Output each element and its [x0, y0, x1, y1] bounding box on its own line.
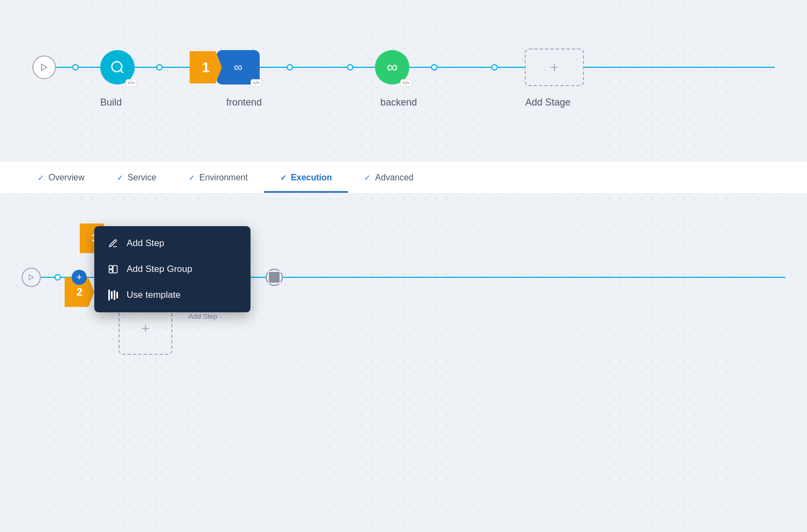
- add-step-button[interactable]: +: [72, 270, 87, 285]
- backend-stage: ∞ </>: [375, 50, 409, 85]
- frontend-arrow: 1: [190, 51, 222, 83]
- dot: [54, 274, 61, 281]
- svg-rect-5: [111, 291, 113, 299]
- dot: [347, 64, 353, 71]
- pencil-icon: [107, 239, 119, 248]
- check-icon: ✓: [117, 173, 123, 182]
- check-icon: ✓: [189, 173, 195, 182]
- connector: [135, 67, 156, 68]
- pipeline-track: </> 1 ∞ </> ∞ </>: [0, 48, 807, 86]
- add-stage[interactable]: +: [525, 48, 584, 86]
- connector: [498, 67, 525, 68]
- tab-service[interactable]: ✓ Service: [101, 163, 172, 192]
- connector: [353, 67, 375, 68]
- add-step-label: Add Step: [127, 238, 164, 249]
- play-button[interactable]: [32, 55, 56, 79]
- tab-advanced[interactable]: ✓ Advanced: [348, 163, 429, 192]
- build-stage: </>: [100, 50, 135, 85]
- context-menu: Add Step Add Step Group Use: [94, 226, 251, 312]
- connector: [283, 277, 785, 278]
- svg-point-0: [112, 62, 122, 72]
- build-label: Build: [100, 97, 122, 108]
- svg-rect-6: [114, 290, 115, 300]
- connector: [409, 67, 431, 68]
- menu-item-use-template[interactable]: Use template: [94, 282, 251, 308]
- use-template-label: Use template: [127, 290, 180, 300]
- code-badge: </>: [126, 79, 137, 87]
- add-stage-box[interactable]: +: [525, 48, 584, 86]
- layers-icon: [107, 264, 119, 274]
- svg-rect-7: [116, 292, 118, 298]
- code-badge: </>: [251, 79, 262, 87]
- dot: [287, 64, 293, 71]
- dot: [156, 64, 163, 71]
- add-step-label: Add Step: [189, 312, 218, 320]
- tab-execution-label: Execution: [291, 173, 332, 183]
- check-icon: ✓: [38, 173, 44, 182]
- tab-overview-label: Overview: [48, 173, 85, 183]
- menu-item-add-step-group[interactable]: Add Step Group: [94, 256, 251, 282]
- menu-item-add-step[interactable]: Add Step: [94, 230, 251, 256]
- add-stage-label: Add Stage: [525, 97, 571, 108]
- backend-label: backend: [380, 97, 417, 108]
- connector: [437, 67, 491, 68]
- frontend-label: frontend: [226, 97, 262, 108]
- stage-labels: Build frontend backend Add Stage: [0, 97, 807, 108]
- dot: [491, 64, 498, 71]
- bars-icon: [107, 290, 119, 300]
- frontend-stage[interactable]: 1 ∞ </>: [190, 50, 260, 85]
- tab-service-label: Service: [128, 173, 156, 183]
- svg-rect-2: [109, 270, 113, 273]
- connector: [260, 67, 287, 68]
- svg-rect-3: [113, 265, 117, 273]
- connector: [41, 277, 54, 278]
- connector: [56, 67, 72, 68]
- check-icon: ✓: [364, 173, 371, 182]
- connector: [584, 67, 775, 68]
- tab-environment[interactable]: ✓ Environment: [172, 163, 264, 192]
- connector: [163, 67, 190, 68]
- tabs-bar: ✓ Overview ✓ Service ✓ Environment ✓ Exe…: [0, 162, 807, 194]
- connector: [79, 67, 100, 68]
- dot: [72, 64, 79, 71]
- tab-environment-label: Environment: [199, 173, 248, 183]
- exec-play-button[interactable]: [22, 268, 41, 287]
- tab-overview[interactable]: ✓ Overview: [22, 163, 101, 192]
- code-badge: </>: [400, 79, 412, 87]
- execution-area: + + Add Step Deployment + 3 2: [0, 194, 807, 532]
- dot: [431, 64, 437, 71]
- check-icon: ✓: [280, 173, 287, 182]
- stop-node: [266, 269, 283, 286]
- tab-execution[interactable]: ✓ Execution: [264, 163, 348, 192]
- tab-advanced-label: Advanced: [375, 173, 413, 183]
- add-step-group-label: Add Step Group: [127, 264, 192, 275]
- pipeline-area: </> 1 ∞ </> ∞ </>: [0, 0, 807, 162]
- svg-rect-4: [108, 290, 110, 300]
- svg-rect-1: [109, 265, 113, 269]
- stop-square: [268, 271, 281, 284]
- connector: [293, 67, 347, 68]
